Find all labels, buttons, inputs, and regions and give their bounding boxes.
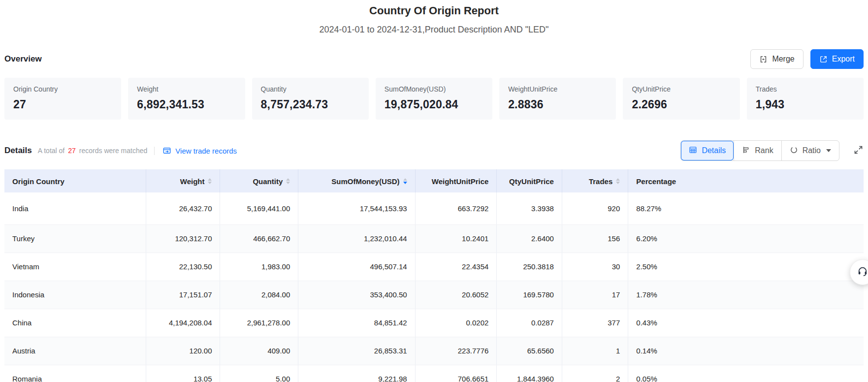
export-button[interactable]: Export xyxy=(810,49,864,69)
cell-quantity: 2,961,278.00 xyxy=(220,309,298,337)
cell-weight: 17,151.07 xyxy=(146,281,220,309)
cell-weight: 4,194,208.04 xyxy=(146,309,220,337)
cell-weight-unit-price: 706.6651 xyxy=(415,365,497,382)
tab-details[interactable]: Details xyxy=(681,141,734,160)
cell-trades: 920 xyxy=(562,192,628,224)
tab-rank[interactable]: Rank xyxy=(734,141,781,160)
stat-value: 8,757,234.73 xyxy=(261,98,360,111)
cell-percentage: 0.43% xyxy=(628,309,864,337)
col-header-qty-unit-price: QtyUnitPrice xyxy=(497,169,562,192)
cell-trades: 156 xyxy=(562,224,628,253)
cell-sum-of-money: 26,853.31 xyxy=(298,337,415,365)
cell-sum-of-money: 9,221.98 xyxy=(298,365,415,382)
sort-icon[interactable] xyxy=(208,178,212,184)
cell-trades: 2 xyxy=(562,365,628,382)
view-trade-records-link[interactable]: View trade records xyxy=(162,146,237,155)
details-heading: Details xyxy=(4,146,32,156)
col-header-percentage: Percentage xyxy=(628,169,864,192)
cell-quantity: 5.00 xyxy=(220,365,298,382)
stat-card-trades: Trades 1,943 xyxy=(747,78,864,120)
tab-rank-label: Rank xyxy=(755,146,773,155)
stat-card-qty-unit-price: QtyUnitPrice 2.2696 xyxy=(623,78,739,120)
cell-qty-unit-price: 65.6560 xyxy=(497,337,562,365)
cell-sum-of-money: 496,507.14 xyxy=(298,253,415,281)
page-title: Country Of Origin Report xyxy=(0,0,868,18)
cell-sum-of-money: 17,544,153.93 xyxy=(298,192,415,224)
stat-value: 1,943 xyxy=(756,98,855,111)
stat-value: 2.8836 xyxy=(508,98,607,111)
overview-actions: Merge Export xyxy=(750,49,864,69)
stat-label: Quantity xyxy=(261,85,360,93)
table-row-romania: Romania 13.05 5.00 9,221.98 706.6651 1,8… xyxy=(4,365,864,382)
stat-value: 2.2696 xyxy=(632,98,731,111)
cell-trades: 17 xyxy=(562,281,628,309)
tab-ratio[interactable]: Ratio xyxy=(781,141,839,160)
merge-cells-icon xyxy=(759,55,768,64)
col-header-weight-unit-price: WeightUnitPrice xyxy=(415,169,497,192)
matched-records-text: A total of27records were matched xyxy=(38,147,148,155)
cell-quantity: 1,983.00 xyxy=(220,253,298,281)
view-switcher: Details Rank xyxy=(680,140,864,161)
cell-trades: 377 xyxy=(562,309,628,337)
stat-value: 19,875,020.84 xyxy=(385,98,483,111)
fullscreen-expand-icon xyxy=(853,145,864,157)
stat-label: SumOfMoney(USD) xyxy=(385,85,483,93)
sort-icon[interactable] xyxy=(616,178,620,184)
sort-icon-active-desc[interactable] xyxy=(403,178,407,184)
cell-country: Vietnam xyxy=(4,253,146,281)
cell-country: India xyxy=(4,192,146,224)
matched-count: 27 xyxy=(68,147,76,155)
report-content: Overview Merge xyxy=(0,49,868,382)
trade-records-icon xyxy=(162,146,171,155)
cell-country: Turkey xyxy=(4,224,146,253)
col-header-quantity[interactable]: Quantity xyxy=(220,169,298,192)
col-header-sum-of-money[interactable]: SumOfMoney(USD) xyxy=(298,169,415,192)
tab-details-label: Details xyxy=(702,146,726,155)
cell-quantity: 5,169,441.00 xyxy=(220,192,298,224)
cell-weight: 120.00 xyxy=(146,337,220,365)
cell-sum-of-money: 1,232,010.44 xyxy=(298,224,415,253)
export-icon xyxy=(819,55,828,64)
merge-button-label: Merge xyxy=(772,55,794,64)
report-filter-subtitle: 2024-01-01 to 2024-12-31,Product Descrip… xyxy=(0,24,868,35)
stat-label: QtyUnitPrice xyxy=(632,85,731,93)
cell-country: Indonesia xyxy=(4,281,146,309)
cell-percentage: 2.50% xyxy=(628,253,864,281)
overview-bar: Overview Merge xyxy=(4,49,864,69)
cell-trades: 30 xyxy=(562,253,628,281)
cell-qty-unit-price: 0.0287 xyxy=(497,309,562,337)
cell-weight-unit-price: 22.4354 xyxy=(415,253,497,281)
stat-value: 27 xyxy=(13,98,112,111)
table-row-indonesia: Indonesia 17,151.07 2,084.00 353,400.50 … xyxy=(4,281,864,309)
cell-country: Romania xyxy=(4,365,146,382)
cell-weight-unit-price: 223.7776 xyxy=(415,337,497,365)
col-header-trades[interactable]: Trades xyxy=(562,169,628,192)
cell-qty-unit-price: 2.6400 xyxy=(497,224,562,253)
details-summary: Details A total of27records were matched… xyxy=(4,146,237,156)
cell-percentage: 6.20% xyxy=(628,224,864,253)
table-row-turkey: Turkey 120,312.70 466,662.70 1,232,010.4… xyxy=(4,224,864,253)
origin-country-table: Origin Country Weight Quantity SumOfMone… xyxy=(4,169,864,382)
cell-weight-unit-price: 20.6052 xyxy=(415,281,497,309)
table-row-china: China 4,194,208.04 2,961,278.00 84,851.4… xyxy=(4,309,864,337)
table-row-vietnam: Vietnam 22,130.50 1,983.00 496,507.14 22… xyxy=(4,253,864,281)
merge-button[interactable]: Merge xyxy=(750,49,803,69)
stat-card-weight: Weight 6,892,341.53 xyxy=(128,78,245,120)
cell-weight: 26,432.70 xyxy=(146,192,220,224)
cell-sum-of-money: 84,851.42 xyxy=(298,309,415,337)
stat-card-sum-of-money: SumOfMoney(USD) 19,875,020.84 xyxy=(376,78,492,120)
details-bar: Details A total of27records were matched… xyxy=(4,140,864,161)
fullscreen-button[interactable] xyxy=(853,145,864,157)
stat-value: 6,892,341.53 xyxy=(137,98,236,111)
view-toggle-group: Details Rank xyxy=(680,140,839,161)
cell-quantity: 466,662.70 xyxy=(220,224,298,253)
sort-icon[interactable] xyxy=(286,178,290,184)
col-header-weight[interactable]: Weight xyxy=(146,169,220,192)
vertical-divider xyxy=(154,147,155,155)
cell-qty-unit-price: 3.3938 xyxy=(497,192,562,224)
view-trade-records-label: View trade records xyxy=(175,147,237,155)
cell-quantity: 409.00 xyxy=(220,337,298,365)
table-row-austria: Austria 120.00 409.00 26,853.31 223.7776… xyxy=(4,337,864,365)
cell-sum-of-money: 353,400.50 xyxy=(298,281,415,309)
cell-quantity: 2,084.00 xyxy=(220,281,298,309)
